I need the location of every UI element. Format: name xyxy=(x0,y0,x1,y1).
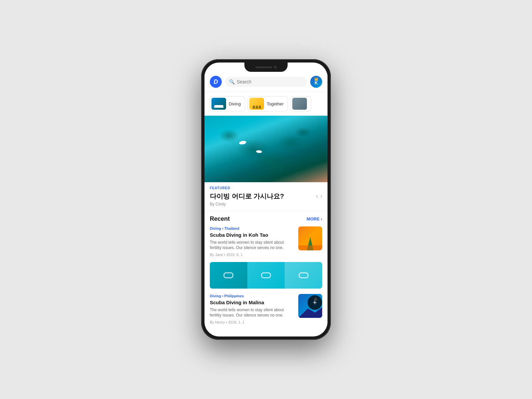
person2 xyxy=(256,105,258,109)
mask-2 xyxy=(261,272,271,278)
recent-header: Recent MORE › xyxy=(210,215,322,222)
notch xyxy=(244,63,288,72)
sunset-decoration xyxy=(298,245,322,250)
mask-3 xyxy=(299,272,309,278)
boat-decoration xyxy=(214,105,223,108)
app-content: D 🔍 👑 K xyxy=(204,72,328,336)
featured-title: 다이빙 어디로 가시나요? xyxy=(210,192,284,200)
fab-button[interactable]: + xyxy=(308,295,322,310)
next-arrow[interactable]: › xyxy=(321,193,322,199)
featured-image xyxy=(204,116,328,182)
diving-thumb-img xyxy=(211,98,226,110)
phone-screen: D 🔍 👑 K xyxy=(204,63,328,336)
people-decoration xyxy=(253,105,261,109)
article-thumb-1 xyxy=(298,226,322,250)
article-card-1[interactable]: Diving • Thailand Scuba Diving in Koh Ta… xyxy=(210,226,322,257)
snorkel-person-2 xyxy=(247,262,285,289)
mask-1 xyxy=(223,272,233,278)
nav-arrows: ‹ › xyxy=(316,193,322,199)
article-title-2: Scuba Diving in Malina xyxy=(210,299,294,306)
ocean-background xyxy=(204,116,328,182)
third-thumb-img xyxy=(292,98,307,110)
snorkel-image xyxy=(210,262,322,289)
category-item-together[interactable]: Together xyxy=(248,96,288,111)
person1 xyxy=(253,105,255,109)
diving-label: Diving xyxy=(229,101,241,106)
logo-letter: D xyxy=(214,78,218,85)
third-thumbnail xyxy=(292,98,307,110)
together-thumbnail xyxy=(249,98,264,110)
article-info-2: Diving • Philippines Scuba Diving in Mal… xyxy=(210,294,294,324)
avatar-initial: K xyxy=(315,80,318,85)
phone-frame: D 🔍 👑 K xyxy=(201,59,331,340)
featured-author: By Cindy xyxy=(210,202,322,206)
featured-section: FEATURED 다이빙 어디로 가시나요? ‹ › By Cindy xyxy=(204,182,328,211)
person3 xyxy=(259,105,261,109)
search-icon: 🔍 xyxy=(229,79,235,84)
avatar-bg: 👑 K xyxy=(310,76,322,88)
article-info-1: Diving • Thailand Scuba Diving in Koh Ta… xyxy=(210,226,294,257)
app-logo[interactable]: D xyxy=(210,76,222,88)
recent-section: Recent MORE › Diving • Thailand Scuba Di… xyxy=(204,211,328,334)
avatar[interactable]: 👑 K xyxy=(310,76,322,88)
together-thumb-img xyxy=(249,98,264,110)
thumb-img-1 xyxy=(298,226,322,250)
header: D 🔍 👑 K xyxy=(204,72,328,92)
front-camera xyxy=(274,66,277,68)
article-desc-2: The world tells women to stay silent abo… xyxy=(210,307,294,319)
article-tags-1: Diving • Thailand xyxy=(210,226,294,230)
fab-icon: + xyxy=(313,299,317,306)
article-meta-1: By Jane • 2019. 6. 1 xyxy=(210,253,294,257)
article-card-2[interactable]: Diving • Philippines Scuba Diving in Mal… xyxy=(210,294,322,324)
featured-badge: FEATURED xyxy=(210,186,322,190)
crown-icon: 👑 xyxy=(314,77,318,81)
category-item-diving[interactable]: Diving xyxy=(210,96,245,111)
search-input[interactable] xyxy=(237,79,303,84)
speaker xyxy=(255,66,272,68)
search-bar[interactable]: 🔍 xyxy=(225,77,307,87)
article-title-1: Scuba Diving in Koh Tao xyxy=(210,232,294,238)
article-desc-1: The world tells women to stay silent abo… xyxy=(210,240,294,251)
prev-arrow[interactable]: ‹ xyxy=(316,193,318,199)
together-label: Together xyxy=(267,101,284,106)
more-link[interactable]: MORE › xyxy=(307,216,322,221)
diving-thumbnail xyxy=(211,98,226,110)
featured-title-row: 다이빙 어디로 가시나요? ‹ › xyxy=(210,192,322,200)
article-tags-2: Diving • Philippines xyxy=(210,294,294,298)
recent-title: Recent xyxy=(210,215,230,222)
snorkel-person-1 xyxy=(210,262,247,289)
ocean-pattern xyxy=(204,116,328,182)
category-list: Diving Together xyxy=(204,92,328,116)
wide-image-card[interactable] xyxy=(210,262,322,289)
category-item-third[interactable] xyxy=(291,96,311,111)
snorkel-person-3 xyxy=(285,262,322,289)
article-meta-2: By Henry • 2018. 1. 1 xyxy=(210,320,294,324)
